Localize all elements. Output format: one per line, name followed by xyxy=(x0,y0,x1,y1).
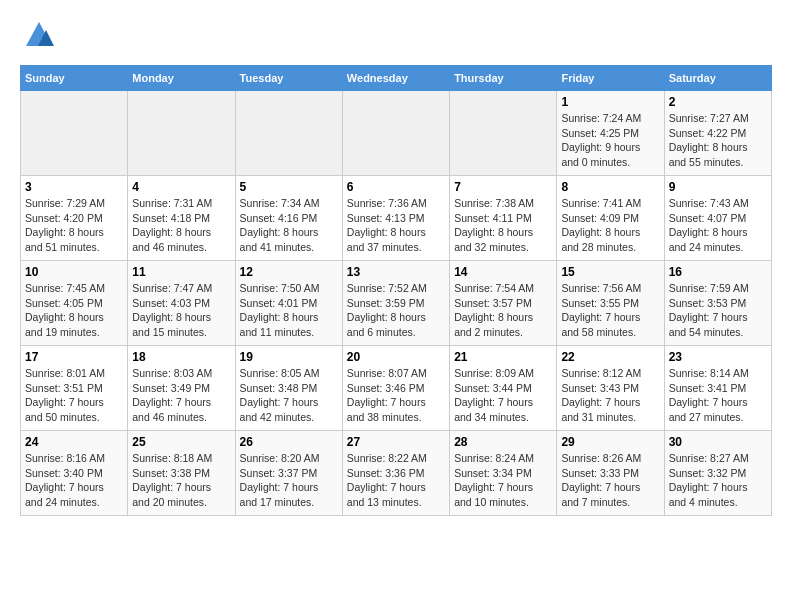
day-info: Sunrise: 7:54 AM Sunset: 3:57 PM Dayligh… xyxy=(454,281,552,340)
day-number: 8 xyxy=(561,180,659,194)
day-info: Sunrise: 7:47 AM Sunset: 4:03 PM Dayligh… xyxy=(132,281,230,340)
calendar-cell: 29Sunrise: 8:26 AM Sunset: 3:33 PM Dayli… xyxy=(557,431,664,516)
day-info: Sunrise: 7:31 AM Sunset: 4:18 PM Dayligh… xyxy=(132,196,230,255)
calendar-cell: 3Sunrise: 7:29 AM Sunset: 4:20 PM Daylig… xyxy=(21,176,128,261)
calendar-week: 1Sunrise: 7:24 AM Sunset: 4:25 PM Daylig… xyxy=(21,91,772,176)
calendar-cell: 8Sunrise: 7:41 AM Sunset: 4:09 PM Daylig… xyxy=(557,176,664,261)
weekday-header: Thursday xyxy=(450,66,557,91)
calendar-cell xyxy=(235,91,342,176)
day-info: Sunrise: 7:34 AM Sunset: 4:16 PM Dayligh… xyxy=(240,196,338,255)
calendar-cell: 27Sunrise: 8:22 AM Sunset: 3:36 PM Dayli… xyxy=(342,431,449,516)
day-info: Sunrise: 7:45 AM Sunset: 4:05 PM Dayligh… xyxy=(25,281,123,340)
calendar-cell: 30Sunrise: 8:27 AM Sunset: 3:32 PM Dayli… xyxy=(664,431,771,516)
day-info: Sunrise: 7:56 AM Sunset: 3:55 PM Dayligh… xyxy=(561,281,659,340)
calendar-cell: 16Sunrise: 7:59 AM Sunset: 3:53 PM Dayli… xyxy=(664,261,771,346)
day-info: Sunrise: 7:36 AM Sunset: 4:13 PM Dayligh… xyxy=(347,196,445,255)
day-number: 15 xyxy=(561,265,659,279)
calendar-cell xyxy=(450,91,557,176)
day-number: 4 xyxy=(132,180,230,194)
calendar-cell: 25Sunrise: 8:18 AM Sunset: 3:38 PM Dayli… xyxy=(128,431,235,516)
calendar-cell: 4Sunrise: 7:31 AM Sunset: 4:18 PM Daylig… xyxy=(128,176,235,261)
day-number: 25 xyxy=(132,435,230,449)
weekday-header: Friday xyxy=(557,66,664,91)
day-info: Sunrise: 7:43 AM Sunset: 4:07 PM Dayligh… xyxy=(669,196,767,255)
day-info: Sunrise: 8:26 AM Sunset: 3:33 PM Dayligh… xyxy=(561,451,659,510)
calendar-cell xyxy=(21,91,128,176)
calendar-cell: 15Sunrise: 7:56 AM Sunset: 3:55 PM Dayli… xyxy=(557,261,664,346)
calendar-cell: 14Sunrise: 7:54 AM Sunset: 3:57 PM Dayli… xyxy=(450,261,557,346)
day-number: 19 xyxy=(240,350,338,364)
calendar-cell: 21Sunrise: 8:09 AM Sunset: 3:44 PM Dayli… xyxy=(450,346,557,431)
day-info: Sunrise: 8:20 AM Sunset: 3:37 PM Dayligh… xyxy=(240,451,338,510)
calendar-table: SundayMondayTuesdayWednesdayThursdayFrid… xyxy=(20,65,772,516)
weekday-header: Wednesday xyxy=(342,66,449,91)
day-number: 13 xyxy=(347,265,445,279)
calendar-cell: 5Sunrise: 7:34 AM Sunset: 4:16 PM Daylig… xyxy=(235,176,342,261)
day-number: 28 xyxy=(454,435,552,449)
day-info: Sunrise: 8:09 AM Sunset: 3:44 PM Dayligh… xyxy=(454,366,552,425)
day-info: Sunrise: 8:07 AM Sunset: 3:46 PM Dayligh… xyxy=(347,366,445,425)
day-info: Sunrise: 7:38 AM Sunset: 4:11 PM Dayligh… xyxy=(454,196,552,255)
calendar-cell: 12Sunrise: 7:50 AM Sunset: 4:01 PM Dayli… xyxy=(235,261,342,346)
weekday-header: Monday xyxy=(128,66,235,91)
day-number: 22 xyxy=(561,350,659,364)
weekday-header: Sunday xyxy=(21,66,128,91)
day-number: 6 xyxy=(347,180,445,194)
day-info: Sunrise: 8:03 AM Sunset: 3:49 PM Dayligh… xyxy=(132,366,230,425)
logo-icon xyxy=(24,20,54,50)
day-number: 10 xyxy=(25,265,123,279)
day-number: 27 xyxy=(347,435,445,449)
calendar-cell: 18Sunrise: 8:03 AM Sunset: 3:49 PM Dayli… xyxy=(128,346,235,431)
day-info: Sunrise: 8:01 AM Sunset: 3:51 PM Dayligh… xyxy=(25,366,123,425)
day-number: 5 xyxy=(240,180,338,194)
day-number: 16 xyxy=(669,265,767,279)
day-number: 3 xyxy=(25,180,123,194)
calendar-cell: 11Sunrise: 7:47 AM Sunset: 4:03 PM Dayli… xyxy=(128,261,235,346)
calendar-cell: 7Sunrise: 7:38 AM Sunset: 4:11 PM Daylig… xyxy=(450,176,557,261)
day-number: 30 xyxy=(669,435,767,449)
day-info: Sunrise: 7:29 AM Sunset: 4:20 PM Dayligh… xyxy=(25,196,123,255)
day-info: Sunrise: 8:16 AM Sunset: 3:40 PM Dayligh… xyxy=(25,451,123,510)
calendar-cell: 6Sunrise: 7:36 AM Sunset: 4:13 PM Daylig… xyxy=(342,176,449,261)
calendar-week: 17Sunrise: 8:01 AM Sunset: 3:51 PM Dayli… xyxy=(21,346,772,431)
day-info: Sunrise: 8:14 AM Sunset: 3:41 PM Dayligh… xyxy=(669,366,767,425)
day-info: Sunrise: 8:27 AM Sunset: 3:32 PM Dayligh… xyxy=(669,451,767,510)
day-info: Sunrise: 7:27 AM Sunset: 4:22 PM Dayligh… xyxy=(669,111,767,170)
day-info: Sunrise: 8:22 AM Sunset: 3:36 PM Dayligh… xyxy=(347,451,445,510)
day-number: 23 xyxy=(669,350,767,364)
day-number: 29 xyxy=(561,435,659,449)
calendar-cell: 9Sunrise: 7:43 AM Sunset: 4:07 PM Daylig… xyxy=(664,176,771,261)
calendar-cell xyxy=(128,91,235,176)
day-number: 2 xyxy=(669,95,767,109)
day-info: Sunrise: 7:50 AM Sunset: 4:01 PM Dayligh… xyxy=(240,281,338,340)
calendar-cell xyxy=(342,91,449,176)
day-number: 9 xyxy=(669,180,767,194)
calendar-cell: 28Sunrise: 8:24 AM Sunset: 3:34 PM Dayli… xyxy=(450,431,557,516)
day-number: 18 xyxy=(132,350,230,364)
calendar-cell: 10Sunrise: 7:45 AM Sunset: 4:05 PM Dayli… xyxy=(21,261,128,346)
calendar-cell: 24Sunrise: 8:16 AM Sunset: 3:40 PM Dayli… xyxy=(21,431,128,516)
calendar-week: 3Sunrise: 7:29 AM Sunset: 4:20 PM Daylig… xyxy=(21,176,772,261)
page-header xyxy=(20,20,772,55)
day-number: 11 xyxy=(132,265,230,279)
day-number: 1 xyxy=(561,95,659,109)
day-info: Sunrise: 7:52 AM Sunset: 3:59 PM Dayligh… xyxy=(347,281,445,340)
logo xyxy=(20,20,54,55)
weekday-header: Saturday xyxy=(664,66,771,91)
calendar-cell: 19Sunrise: 8:05 AM Sunset: 3:48 PM Dayli… xyxy=(235,346,342,431)
day-number: 7 xyxy=(454,180,552,194)
calendar-cell: 1Sunrise: 7:24 AM Sunset: 4:25 PM Daylig… xyxy=(557,91,664,176)
day-info: Sunrise: 8:24 AM Sunset: 3:34 PM Dayligh… xyxy=(454,451,552,510)
day-number: 12 xyxy=(240,265,338,279)
calendar-week: 24Sunrise: 8:16 AM Sunset: 3:40 PM Dayli… xyxy=(21,431,772,516)
day-number: 24 xyxy=(25,435,123,449)
day-info: Sunrise: 7:41 AM Sunset: 4:09 PM Dayligh… xyxy=(561,196,659,255)
calendar-cell: 2Sunrise: 7:27 AM Sunset: 4:22 PM Daylig… xyxy=(664,91,771,176)
day-info: Sunrise: 8:12 AM Sunset: 3:43 PM Dayligh… xyxy=(561,366,659,425)
day-info: Sunrise: 7:59 AM Sunset: 3:53 PM Dayligh… xyxy=(669,281,767,340)
day-number: 14 xyxy=(454,265,552,279)
calendar-header: SundayMondayTuesdayWednesdayThursdayFrid… xyxy=(21,66,772,91)
calendar-cell: 22Sunrise: 8:12 AM Sunset: 3:43 PM Dayli… xyxy=(557,346,664,431)
weekday-header: Tuesday xyxy=(235,66,342,91)
calendar-cell: 23Sunrise: 8:14 AM Sunset: 3:41 PM Dayli… xyxy=(664,346,771,431)
